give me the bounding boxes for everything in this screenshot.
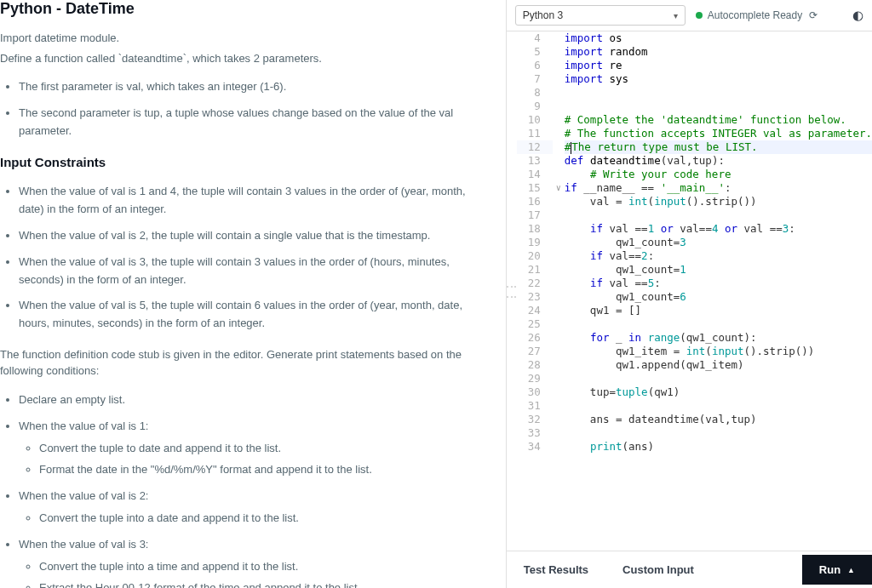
code-content[interactable]: # The function accepts INTEGER val as pa…	[565, 127, 872, 140]
fold-icon	[553, 290, 565, 304]
code-content[interactable]	[565, 426, 872, 440]
code-line[interactable]: 13def dateandtime(val,tup):	[517, 154, 872, 168]
code-line[interactable]: 9	[517, 100, 872, 113]
param-list: The first parameter is val, which takes …	[0, 78, 490, 140]
code-line[interactable]: 4import os	[517, 31, 872, 45]
code-line[interactable]: 22 if val ==5:	[517, 277, 872, 290]
fold-icon	[553, 399, 565, 413]
code-line[interactable]: 24 qw1 = []	[517, 304, 872, 317]
problem-title: Python - DateTime	[0, 0, 490, 18]
code-line[interactable]: 15∨if __name__ == '__main__':	[517, 181, 872, 195]
code-content[interactable]: import re	[565, 59, 872, 72]
line-number: 30	[517, 385, 553, 399]
code-content[interactable]	[565, 399, 872, 413]
code-line[interactable]: 20 if val==2:	[517, 249, 872, 263]
reload-icon[interactable]: ⟳	[809, 9, 818, 21]
code-line[interactable]: 11# The function accepts INTEGER val as …	[517, 127, 872, 140]
code-content[interactable]: # Write your code here	[565, 168, 872, 181]
code-content[interactable]: def dateandtime(val,tup):	[565, 154, 872, 168]
code-content[interactable]: qw1_count=3	[565, 236, 872, 249]
code-line[interactable]: 5import random	[517, 45, 872, 59]
code-content[interactable]	[565, 100, 872, 113]
condition-sub: Extract the Hour 00-12 format of the tim…	[39, 579, 490, 588]
fold-icon[interactable]: ∨	[553, 181, 565, 195]
code-line[interactable]: 12#The return type must be LIST.	[517, 140, 872, 154]
code-content[interactable]: print(ans)	[565, 440, 872, 454]
code-line[interactable]: 27 qw1_item = int(input().strip())	[517, 345, 872, 358]
run-button[interactable]: Run ▲	[802, 555, 872, 585]
code-line[interactable]: 10# Complete the 'dateandtime' function …	[517, 113, 872, 127]
code-content[interactable]: tup=tuple(qw1)	[565, 385, 872, 399]
code-content[interactable]: if val==2:	[565, 249, 872, 263]
code-line[interactable]: 23 qw1_count=6	[517, 290, 872, 304]
code-line[interactable]: 32 ans = dateandtime(val,tup)	[517, 413, 872, 426]
fold-icon	[553, 413, 565, 426]
code-content[interactable]: import sys	[565, 72, 872, 86]
line-number: 11	[517, 127, 553, 140]
code-content[interactable]: qw1_item = int(input().strip())	[565, 345, 872, 358]
code-content[interactable]: ans = dateandtime(val,tup)	[565, 413, 872, 426]
line-number: 10	[517, 113, 553, 127]
code-line[interactable]: 16 val = int(input().strip())	[517, 195, 872, 208]
language-select[interactable]: Python 3 ▾	[515, 5, 686, 26]
code-line[interactable]: 7import sys	[517, 72, 872, 86]
code-content[interactable]: qw1.append(qw1_item)	[565, 358, 872, 372]
fold-icon	[553, 385, 565, 399]
code-line[interactable]: 33	[517, 426, 872, 440]
line-number: 4	[517, 31, 553, 45]
code-line[interactable]: 19 qw1_count=3	[517, 236, 872, 249]
code-line[interactable]: 21 qw1_count=1	[517, 263, 872, 277]
line-number: 8	[517, 86, 553, 100]
code-line[interactable]: 18 if val ==1 or val==4 or val ==3:	[517, 222, 872, 236]
tab-test-results[interactable]: Test Results	[507, 553, 605, 586]
code-content[interactable]	[565, 208, 872, 222]
code-content[interactable]: if val ==5:	[565, 277, 872, 290]
code-content[interactable]: if __name__ == '__main__':	[565, 181, 872, 195]
tab-custom-input[interactable]: Custom Input	[605, 553, 711, 586]
code-content[interactable]: import random	[565, 45, 872, 59]
code-line[interactable]: 28 qw1.append(qw1_item)	[517, 358, 872, 372]
line-number: 16	[517, 195, 553, 208]
code-line[interactable]: 26 for _ in range(qw1_count):	[517, 331, 872, 345]
code-line[interactable]: 6import re	[517, 59, 872, 72]
code-content[interactable]: #The return type must be LIST.	[565, 140, 872, 154]
stub-desc: The function definition code stub is giv…	[0, 346, 490, 380]
code-content[interactable]	[565, 86, 872, 100]
line-number: 18	[517, 222, 553, 236]
code-content[interactable]: if val ==1 or val==4 or val ==3:	[565, 222, 872, 236]
code-line[interactable]: 14 # Write your code here	[517, 168, 872, 181]
code-content[interactable]	[565, 317, 872, 331]
code-content[interactable]: qw1 = []	[565, 304, 872, 317]
code-content[interactable]: # Complete the 'dateandtime' function be…	[565, 113, 872, 127]
code-line[interactable]: 8	[517, 86, 872, 100]
code-line[interactable]: 25	[517, 317, 872, 331]
condition-sub: Convert the tuple into a time and append…	[39, 558, 490, 576]
fold-icon	[553, 331, 565, 345]
fold-icon	[553, 249, 565, 263]
problem-panel: Python - DateTime Import datetime module…	[0, 0, 506, 588]
code-line[interactable]: 17	[517, 208, 872, 222]
code-content[interactable]: import os	[565, 31, 872, 45]
code-content[interactable]: val = int(input().strip())	[565, 195, 872, 208]
fold-icon	[553, 317, 565, 331]
code-editor[interactable]: 4import os5import random6import re7impor…	[517, 31, 872, 551]
condition-head: When the value of val is 2:	[19, 489, 148, 502]
code-content[interactable]: for _ in range(qw1_count):	[565, 331, 872, 345]
code-line[interactable]: 31	[517, 399, 872, 413]
code-line[interactable]: 34 print(ans)	[517, 440, 872, 454]
fold-icon	[553, 100, 565, 113]
line-number: 22	[517, 277, 553, 290]
code-line[interactable]: 30 tup=tuple(qw1)	[517, 385, 872, 399]
theme-toggle-icon[interactable]: ◐	[852, 8, 863, 23]
resize-handle[interactable]: ⋮⋮	[507, 31, 517, 551]
code-content[interactable]	[565, 372, 872, 385]
conditions-list: Declare an empty list. When the value of…	[0, 391, 490, 588]
code-content[interactable]: qw1_count=6	[565, 290, 872, 304]
line-number: 23	[517, 290, 553, 304]
fold-icon	[553, 72, 565, 86]
constraint-item: When the value of val is 2, the tuple wi…	[19, 227, 490, 245]
code-content[interactable]: qw1_count=1	[565, 263, 872, 277]
fold-icon	[553, 208, 565, 222]
code-line[interactable]: 29	[517, 372, 872, 385]
condition-item: When the value of val is 3: Convert the …	[19, 536, 490, 588]
